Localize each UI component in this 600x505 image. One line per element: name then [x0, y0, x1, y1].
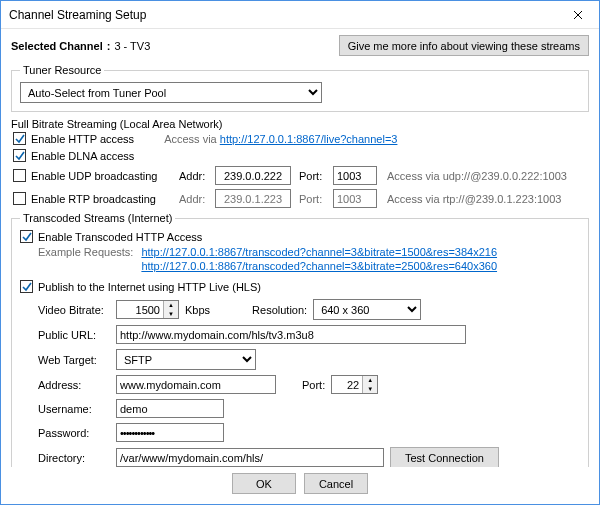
directory-label: Directory: — [38, 452, 110, 464]
lan-broadcast-grid: Enable UDP broadcasting Addr: Port: Acce… — [13, 166, 589, 208]
udp-access-note: Access via udp://@239.0.0.222:1003 — [387, 170, 589, 182]
video-bitrate-stepper[interactable]: ▲▼ — [116, 300, 179, 319]
enable-dlna-checkbox[interactable]: Enable DLNA access — [13, 149, 134, 162]
enable-rtp-label: Enable RTP broadcasting — [31, 193, 156, 205]
lan-heading: Full Bitrate Streaming (Local Area Netwo… — [11, 118, 589, 130]
port-label: Port: — [302, 379, 325, 391]
close-button[interactable] — [557, 1, 599, 28]
udp-port-label: Port: — [299, 170, 329, 182]
hls-form: Video Bitrate: ▲▼ Kbps Resolution: 640 x… — [38, 299, 580, 467]
port-stepper[interactable]: ▲▼ — [331, 375, 378, 394]
checkbox-icon — [13, 192, 26, 205]
rtp-access-note: Access via rtp://@239.0.1.223:1003 — [387, 193, 589, 205]
example-link-2[interactable]: http://127.0.0.1:8867/transcoded?channel… — [141, 260, 497, 272]
password-input[interactable] — [116, 423, 224, 442]
channel-streaming-dialog: Channel Streaming Setup Selected Channel… — [0, 0, 600, 505]
transcoded-legend: Transcoded Streams (Internet) — [20, 212, 175, 224]
close-icon — [573, 10, 583, 20]
spin-up-icon[interactable]: ▲ — [164, 301, 178, 310]
hls-block: Publish to the Internet using HTTP Live … — [20, 280, 580, 467]
example-link-1[interactable]: http://127.0.0.1:8867/transcoded?channel… — [141, 246, 497, 258]
udp-port-input[interactable] — [333, 166, 377, 185]
spin-down-icon[interactable]: ▼ — [363, 385, 377, 394]
enable-transcoded-checkbox[interactable]: Enable Transcoded HTTP Access — [20, 230, 580, 243]
enable-rtp-checkbox[interactable]: Enable RTP broadcasting — [13, 192, 175, 205]
udp-addr-input[interactable] — [215, 166, 291, 185]
window-title: Channel Streaming Setup — [1, 8, 146, 22]
tuner-resource-legend: Tuner Resource — [20, 64, 104, 76]
spin-up-icon[interactable]: ▲ — [363, 376, 377, 385]
ok-button[interactable]: OK — [232, 473, 296, 494]
publish-hls-label: Publish to the Internet using HTTP Live … — [38, 281, 261, 293]
button-bar: OK Cancel — [1, 467, 599, 504]
example-requests: Example Requests: http://127.0.0.1:8867/… — [38, 246, 580, 272]
address-input[interactable] — [116, 375, 276, 394]
username-label: Username: — [38, 403, 110, 415]
web-target-select[interactable]: SFTP — [116, 349, 256, 370]
enable-udp-label: Enable UDP broadcasting — [31, 170, 157, 182]
test-connection-button[interactable]: Test Connection — [390, 447, 499, 467]
transcoded-group: Transcoded Streams (Internet) Enable Tra… — [11, 212, 589, 467]
more-info-button[interactable]: Give me more info about viewing these st… — [339, 35, 589, 56]
checkbox-icon — [20, 280, 33, 293]
bitrate-unit: Kbps — [185, 304, 210, 316]
publish-hls-checkbox[interactable]: Publish to the Internet using HTTP Live … — [20, 280, 580, 293]
resolution-label: Resolution: — [252, 304, 307, 316]
directory-input[interactable] — [116, 448, 384, 467]
selected-channel-value: 3 - TV3 — [114, 40, 150, 52]
selected-channel: Selected Channel: 3 - TV3 — [11, 40, 150, 52]
checkbox-icon — [13, 132, 26, 145]
checkbox-icon — [20, 230, 33, 243]
port-input[interactable] — [332, 376, 362, 393]
enable-udp-checkbox[interactable]: Enable UDP broadcasting — [13, 169, 175, 182]
rtp-port-label: Port: — [299, 193, 329, 205]
video-bitrate-label: Video Bitrate: — [38, 304, 110, 316]
http-access-link[interactable]: http://127.0.0.1:8867/live?channel=3 — [220, 133, 398, 145]
password-label: Password: — [38, 427, 110, 439]
rtp-port-input[interactable] — [333, 189, 377, 208]
rtp-addr-label: Addr: — [179, 193, 211, 205]
address-label: Address: — [38, 379, 110, 391]
rtp-addr-input[interactable] — [215, 189, 291, 208]
web-target-label: Web Target: — [38, 354, 110, 366]
cancel-button[interactable]: Cancel — [304, 473, 368, 494]
enable-transcoded-label: Enable Transcoded HTTP Access — [38, 231, 202, 243]
tuner-resource-select[interactable]: Auto-Select from Tuner Pool — [20, 82, 322, 103]
checkbox-icon — [13, 169, 26, 182]
http-access-note: Access via http://127.0.0.1:8867/live?ch… — [164, 133, 397, 145]
public-url-label: Public URL: — [38, 329, 110, 341]
enable-dlna-label: Enable DLNA access — [31, 150, 134, 162]
titlebar: Channel Streaming Setup — [1, 1, 599, 29]
enable-http-checkbox[interactable]: Enable HTTP access — [13, 132, 134, 145]
udp-addr-label: Addr: — [179, 170, 211, 182]
enable-http-label: Enable HTTP access — [31, 133, 134, 145]
video-bitrate-input[interactable] — [117, 301, 163, 318]
selected-channel-label: Selected Channel — [11, 40, 103, 52]
checkbox-icon — [13, 149, 26, 162]
example-requests-label: Example Requests: — [38, 246, 133, 258]
username-input[interactable] — [116, 399, 224, 418]
resolution-select[interactable]: 640 x 360 — [313, 299, 421, 320]
public-url-input[interactable] — [116, 325, 466, 344]
client-area: Selected Channel: 3 - TV3 Give me more i… — [1, 29, 599, 467]
tuner-resource-group: Tuner Resource Auto-Select from Tuner Po… — [11, 64, 589, 112]
top-row: Selected Channel: 3 - TV3 Give me more i… — [11, 35, 589, 56]
spin-down-icon[interactable]: ▼ — [164, 310, 178, 319]
